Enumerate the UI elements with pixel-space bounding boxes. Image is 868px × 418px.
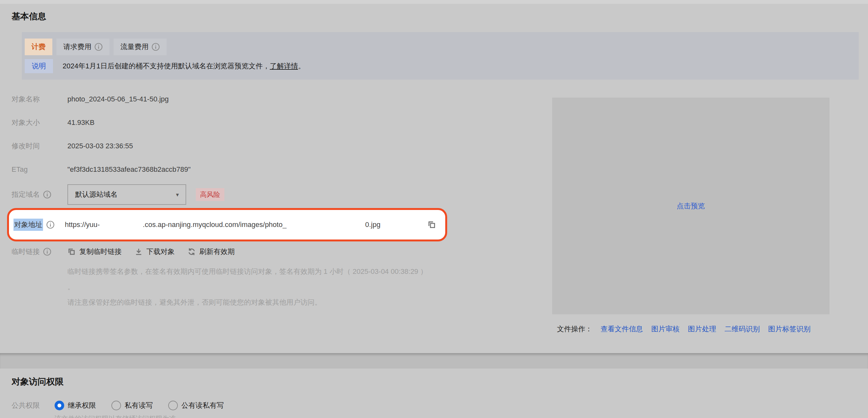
copy-url-icon[interactable] bbox=[427, 220, 436, 229]
file-operations-row: 文件操作： 查看文件信息 图片审核 图片处理 二维码识别 图片标签识别 bbox=[557, 324, 810, 334]
download-object-button[interactable]: 下载对象 bbox=[134, 247, 175, 257]
public-permission-label: 公共权限 bbox=[11, 401, 55, 410]
basic-info-title: 基本信息 bbox=[11, 11, 868, 22]
notice-badge: 说明 bbox=[25, 59, 53, 73]
view-file-info-link[interactable]: 查看文件信息 bbox=[600, 324, 643, 334]
etag-value: "ef3f3dc1318533afeac7368b2accb789" bbox=[67, 165, 191, 174]
radio-unselected-icon bbox=[112, 401, 121, 410]
info-icon bbox=[152, 43, 160, 51]
info-icon[interactable] bbox=[43, 190, 51, 199]
info-icon[interactable] bbox=[46, 220, 55, 229]
radio-inherit-permission[interactable]: 继承权限 bbox=[55, 401, 96, 410]
object-address-label: 对象地址 bbox=[13, 219, 43, 231]
file-operations-label: 文件操作： bbox=[557, 324, 592, 334]
notice-row: 说明 2024年1月1日后创建的桶不支持使用默认域名在浏览器预览文件，了解详情。 bbox=[25, 59, 859, 73]
preview-panel: 点击预览 bbox=[552, 98, 830, 314]
info-icon bbox=[94, 43, 103, 51]
field-label: 指定域名 bbox=[11, 190, 67, 199]
field-label: 临时链接 bbox=[11, 247, 67, 257]
section-divider bbox=[0, 353, 868, 368]
object-name-value: photo_2024-05-06_15-41-50.jpg bbox=[67, 95, 169, 103]
refresh-icon bbox=[187, 247, 196, 256]
high-risk-badge: 高风险 bbox=[196, 188, 224, 201]
info-icon[interactable] bbox=[43, 247, 51, 256]
click-to-preview-link[interactable]: 点击预览 bbox=[677, 201, 705, 211]
tab-billing[interactable]: 计费 bbox=[25, 38, 52, 55]
billing-notice-band: 计费 请求费用 流量费用 说明 2024年1月1日后创建的桶不支持使用默认域名在… bbox=[22, 32, 859, 80]
radio-private-rw[interactable]: 私有读写 bbox=[112, 401, 153, 410]
refresh-validity-button[interactable]: 刷新有效期 bbox=[187, 247, 235, 257]
notice-text: 2024年1月1日后创建的桶不支持使用默认域名在浏览器预览文件，了解详情。 bbox=[63, 61, 305, 71]
permission-helper-text: 该文件的访问权限以存储桶访问权限为准。 bbox=[55, 414, 868, 418]
chevron-down-icon: ▼ bbox=[175, 192, 180, 198]
temp-link-buttons: 复制临时链接 下载对象 刷新有效期 bbox=[67, 247, 235, 257]
field-label: 对象名称 bbox=[11, 94, 67, 104]
image-moderation-link[interactable]: 图片审核 bbox=[651, 324, 680, 334]
public-permission-row: 公共权限 继承权限 私有读写 公有读私有写 bbox=[11, 399, 868, 412]
billing-tabs: 计费 请求费用 流量费用 bbox=[25, 38, 859, 55]
object-size-value: 41.93KB bbox=[67, 118, 94, 127]
basic-info-section: 基本信息 计费 请求费用 流量费用 说明 2024年1月1日后创建的桶不支持使用… bbox=[0, 11, 868, 353]
field-label: ETag bbox=[11, 165, 67, 174]
permission-radio-group: 继承权限 私有读写 公有读私有写 bbox=[55, 401, 224, 410]
access-permission-section: 对象访问权限 公共权限 继承权限 私有读写 公有读私有写 该文件的访问权限以存储… bbox=[0, 376, 868, 418]
learn-more-link[interactable]: 了解详情 bbox=[270, 62, 298, 70]
tab-request-fee[interactable]: 请求费用 bbox=[57, 38, 110, 55]
access-permission-title: 对象访问权限 bbox=[11, 376, 868, 387]
radio-unselected-icon bbox=[168, 401, 178, 410]
radio-public-read-private-write[interactable]: 公有读私有写 bbox=[168, 401, 224, 410]
field-label: 修改时间 bbox=[11, 141, 67, 151]
download-icon bbox=[134, 247, 143, 256]
object-address-highlight-box: 对象地址 https://yuu- .cos.ap-nanjing.myqclo… bbox=[7, 208, 447, 241]
domain-select[interactable]: 默认源站域名 ▼ bbox=[67, 184, 186, 205]
copy-icon bbox=[67, 247, 76, 256]
radio-selected-icon bbox=[55, 401, 64, 410]
qrcode-recognition-link[interactable]: 二维码识别 bbox=[724, 324, 760, 334]
tab-traffic-fee[interactable]: 流量费用 bbox=[114, 38, 166, 55]
object-url: https://yuu- .cos.ap-nanjing.myqcloud.co… bbox=[65, 220, 380, 229]
image-tag-recognition-link[interactable]: 图片标签识别 bbox=[768, 324, 810, 334]
page-top-strip bbox=[0, 0, 868, 4]
copy-temp-link-button[interactable]: 复制临时链接 bbox=[67, 247, 122, 257]
modified-time-value: 2025-03-03 23:36:55 bbox=[67, 142, 133, 150]
image-processing-link[interactable]: 图片处理 bbox=[688, 324, 716, 334]
field-label: 对象大小 bbox=[11, 118, 67, 127]
